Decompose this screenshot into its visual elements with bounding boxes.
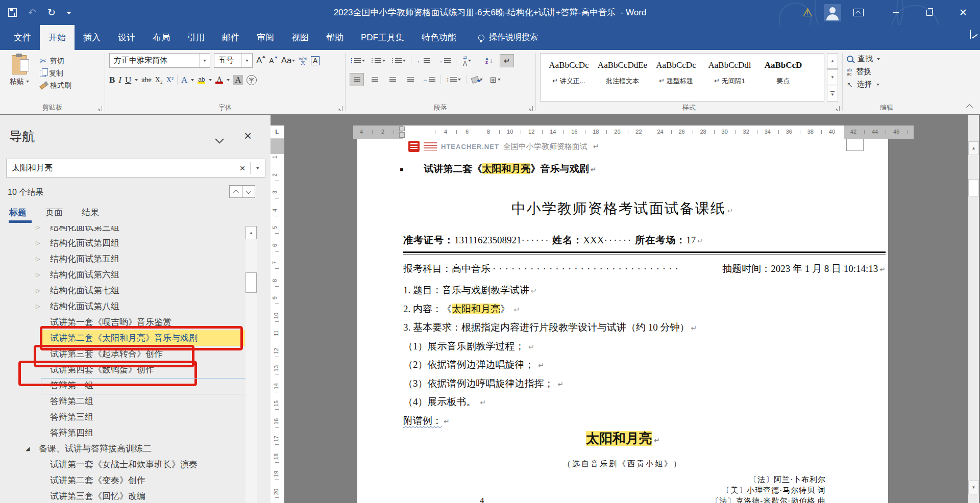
style-题型标题[interactable]: AaBbCcDc↵ 题型标题 (650, 56, 702, 98)
close-button[interactable]: ✕ (946, 0, 980, 25)
nav-result-item[interactable]: 答辩第一组 (0, 378, 246, 393)
ribbon-display-options-icon[interactable] (853, 9, 864, 16)
warning-icon[interactable]: ⚠ (802, 6, 813, 19)
nav-result-item[interactable]: 试讲第二套《变奏》创作 (0, 472, 246, 488)
nav-tab-页面[interactable]: 页面 (45, 207, 63, 218)
tab-布局[interactable]: 布局 (144, 25, 179, 50)
tab-PDF工具集[interactable]: PDF工具集 (352, 25, 413, 50)
text-effects-button[interactable]: A (181, 75, 187, 85)
comment-button[interactable] (970, 30, 971, 39)
clipboard-dialog-launcher-icon[interactable] (97, 106, 102, 111)
scrollbar-thumb[interactable] (968, 179, 979, 196)
search-options-chevron-icon[interactable] (251, 167, 265, 169)
asian-layout-button[interactable]: ⇄A (460, 54, 474, 67)
nav-result-item[interactable]: ▷结构化面试第四组 (0, 235, 246, 251)
tab-设计[interactable]: 设计 (109, 25, 144, 50)
nav-result-item[interactable]: 答辩第四组 (0, 425, 246, 441)
nav-result-item[interactable]: ▷结构化面试第七组 (0, 283, 246, 298)
font-color-button[interactable]: A (215, 77, 223, 84)
minimize-button[interactable] (879, 0, 913, 25)
navigation-close-icon[interactable]: × (244, 129, 252, 142)
collapse-ribbon-icon[interactable] (966, 104, 973, 111)
shrink-font-button[interactable]: A (269, 57, 277, 65)
font-dialog-launcher-icon[interactable] (337, 106, 342, 111)
nav-result-item[interactable]: ▷结构化面试第八组 (0, 298, 246, 314)
first-line-indent-marker[interactable] (399, 127, 405, 131)
style-批注框文本[interactable]: AaBbCcDdEe批注框文本 (596, 56, 649, 98)
document-page[interactable]: HTEACHER.NET 全国中小学教师资格面试 ↵ ▪ 试讲第二套《太阳和月亮… (357, 139, 888, 503)
strikethrough-button[interactable]: abe (141, 76, 151, 84)
tab-引用[interactable]: 引用 (179, 25, 213, 50)
nav-result-item[interactable]: 试讲第一套《嘎吉哟》音乐鉴赏 (0, 314, 246, 330)
paste-button[interactable]: 粘贴 (4, 53, 35, 102)
styles-scroll-up-icon[interactable]: ▲ (827, 53, 838, 69)
copy-button[interactable]: 复制 (40, 69, 71, 78)
align-right-button[interactable] (385, 73, 400, 86)
tab-selector[interactable]: L (271, 125, 284, 139)
shading-button[interactable] (470, 73, 484, 86)
collapsed-triangle-icon[interactable]: ▷ (36, 298, 40, 314)
multilevel-list-button[interactable] (390, 54, 407, 67)
collapsed-triangle-icon[interactable]: ▷ (36, 283, 40, 298)
paragraph-dialog-launcher-icon[interactable] (528, 106, 533, 111)
nav-result-item[interactable]: 答辩第二组 (0, 393, 246, 409)
clear-search-icon[interactable]: × (235, 163, 250, 174)
tab-帮助[interactable]: 帮助 (317, 25, 352, 50)
format-painter-button[interactable]: 格式刷 (40, 81, 71, 90)
nav-tab-结果[interactable]: 结果 (82, 207, 99, 218)
style-无间隔1[interactable]: AaBbCcDdl↵ 无间隔1 (703, 56, 756, 98)
style-要点[interactable]: AaBbCcD要点 (757, 56, 810, 98)
tab-邮件[interactable]: 邮件 (213, 25, 248, 50)
nav-result-item[interactable]: ▷结构化面试第五组 (0, 251, 246, 267)
nav-result-item[interactable]: 答辩第三组 (0, 409, 246, 425)
show-formatting-marks-button[interactable]: ↵ (500, 54, 514, 67)
superscript-button[interactable]: X² (166, 76, 174, 84)
styles-more-icon[interactable]: ▼ (827, 86, 838, 102)
justify-button[interactable] (403, 73, 418, 86)
scroll-up-icon[interactable]: ▲ (246, 226, 257, 239)
ruler-horizontal[interactable]: 4246810121416182022242628303234363840424… (353, 125, 914, 139)
navigation-options-chevron-icon[interactable] (215, 135, 224, 144)
nav-result-item[interactable]: 试讲第四套《数鸭蛋》创作 (0, 362, 246, 378)
nav-search-input[interactable] (7, 164, 235, 173)
find-button[interactable]: 查找 (847, 54, 926, 64)
nav-result-item[interactable]: 试讲第一套《女战士和炊事班长》演奏 (0, 457, 246, 472)
distribute-button[interactable]: ⇔ (421, 73, 437, 86)
subscript-button[interactable]: X₂ (155, 76, 163, 84)
select-button[interactable]: ↖选择 (847, 80, 926, 89)
decrease-indent-button[interactable]: ← (415, 54, 432, 67)
scroll-up-icon[interactable]: ▲ (968, 141, 979, 155)
italic-button[interactable]: I (118, 75, 121, 85)
expanded-triangle-icon[interactable]: ◢ (26, 441, 30, 457)
nav-scrollbar[interactable]: ▲ ▼ (246, 226, 257, 503)
nav-result-item[interactable]: ▷结构化面试第三组 (0, 226, 246, 235)
previous-result-button[interactable] (229, 185, 242, 198)
nav-result-item[interactable]: 试讲第二套《太阳和月亮》音乐与戏剧 (0, 330, 246, 346)
font-name-combo[interactable]: 方正中雅宋简体 (109, 53, 210, 68)
nav-result-item[interactable]: ▷结构化面试第六组 (0, 267, 246, 283)
tab-开始[interactable]: 开始 (40, 25, 75, 50)
character-border-button[interactable]: A (311, 56, 320, 65)
scrollbar-thumb[interactable] (246, 272, 257, 293)
collapsed-triangle-icon[interactable]: ▷ (36, 226, 40, 235)
character-shading-button[interactable]: A (233, 75, 242, 85)
tab-审阅[interactable]: 审阅 (248, 25, 283, 50)
align-center-button[interactable] (368, 73, 382, 86)
cut-button[interactable]: ✂剪切 (40, 56, 71, 66)
sort-button[interactable]: AZ↓ (482, 54, 496, 67)
tell-me-search[interactable]: 操作说明搜索 (478, 25, 538, 50)
hanging-indent-marker[interactable] (399, 132, 405, 138)
nav-result-item[interactable]: 试讲第三套《起承转合》创作 (0, 346, 246, 362)
bold-button[interactable]: B (109, 75, 115, 85)
avatar[interactable] (824, 4, 841, 21)
bullet-list-button[interactable] (350, 54, 366, 67)
numbered-list-button[interactable] (370, 54, 387, 67)
nav-result-item[interactable]: 试讲第三套《回忆》改编 (0, 488, 246, 503)
document-scrollbar[interactable]: ▲ ▼ (968, 115, 979, 503)
change-case-button[interactable]: Aa (281, 56, 296, 66)
styles-dialog-launcher-icon[interactable] (835, 106, 840, 111)
phonetic-guide-button[interactable]: wén文 (299, 57, 307, 65)
line-spacing-button[interactable]: ↕ (445, 73, 462, 86)
tab-视图[interactable]: 视图 (283, 25, 317, 50)
increase-indent-button[interactable]: → (435, 54, 452, 67)
